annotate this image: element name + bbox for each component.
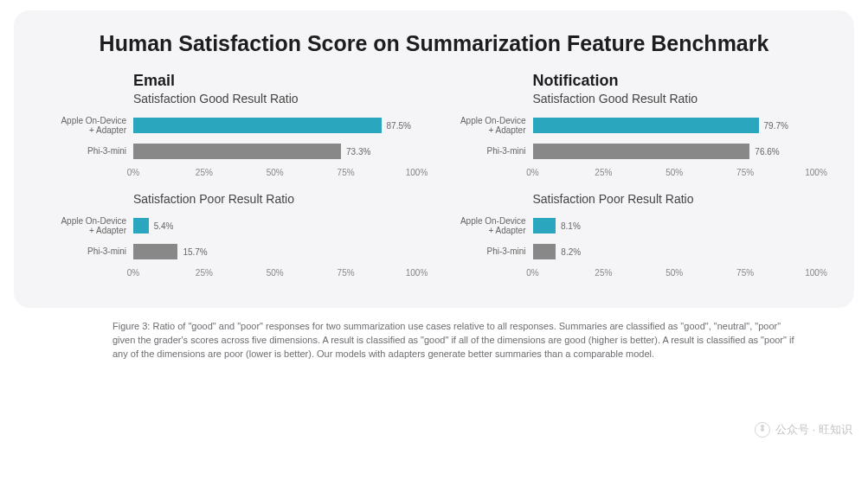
bar-track: 15.7%: [133, 244, 417, 259]
subhead-email-good: Satisfaction Good Result Ratio: [133, 92, 417, 106]
tick: 25%: [595, 268, 612, 278]
bar-track: 5.4%: [133, 218, 417, 233]
bar-fill: 8.2%: [533, 244, 556, 259]
tick: 50%: [267, 268, 284, 278]
bar-label: Apple On-Device+ Adapter: [52, 216, 133, 236]
subhead-email-poor: Satisfaction Poor Result Ratio: [133, 192, 417, 206]
x-axis: 0% 25% 50% 75% 100%: [533, 168, 817, 182]
tick: 50%: [267, 168, 284, 177]
wechat-icon: [755, 422, 770, 438]
bar-row: Phi-3-mini 15.7%: [52, 239, 417, 265]
tick: 25%: [196, 168, 213, 177]
tick: 100%: [805, 168, 827, 177]
x-axis: 0% 25% 50% 75% 100%: [133, 168, 417, 182]
bar-label: Apple On-Device+ Adapter: [452, 216, 533, 236]
x-axis: 0% 25% 50% 75% 100%: [133, 268, 417, 282]
chart-notification-good: Apple On-Device+ Adapter 79.7% Phi-3-min…: [452, 112, 817, 182]
bar-fill: 8.1%: [533, 218, 556, 233]
tick: 50%: [665, 268, 683, 278]
bar-label: Phi-3-mini: [52, 146, 133, 157]
bar-value: 73.3%: [341, 147, 370, 157]
tick: 0%: [526, 268, 538, 278]
bar-fill: 73.3%: [133, 144, 341, 159]
page-title: Human Satisfaction Score on Summarizatio…: [52, 31, 816, 56]
tick: 0%: [127, 168, 139, 177]
column-notification: Notification Satisfaction Good Result Ra…: [452, 72, 817, 282]
column-email: Email Satisfaction Good Result Ratio App…: [52, 72, 417, 282]
tick: 75%: [338, 268, 355, 278]
bar-label: Apple On-Device+ Adapter: [52, 116, 133, 136]
bar-track: 87.5%: [133, 118, 417, 133]
bar-row: Apple On-Device+ Adapter 79.7%: [452, 112, 817, 138]
bar-row: Apple On-Device+ Adapter 8.1%: [452, 213, 817, 239]
subhead-notification-good: Satisfaction Good Result Ratio: [533, 92, 817, 106]
tick: 25%: [595, 168, 612, 177]
tick: 0%: [526, 168, 538, 177]
tick: 100%: [406, 268, 428, 278]
x-axis: 0% 25% 50% 75% 100%: [533, 268, 817, 282]
tick: 75%: [736, 268, 754, 278]
figure-caption: Figure 3: Ratio of "good" and "poor" res…: [113, 320, 799, 361]
bar-track: 73.3%: [133, 144, 417, 159]
bar-value: 15.7%: [177, 247, 207, 257]
watermark: 公众号 · 旺知识: [755, 422, 852, 438]
bar-label: Phi-3-mini: [452, 246, 533, 257]
column-head-notification: Notification: [533, 72, 817, 90]
bar-row: Phi-3-mini 73.3%: [52, 138, 417, 164]
bar-fill: 87.5%: [133, 118, 382, 133]
subhead-notification-poor: Satisfaction Poor Result Ratio: [533, 192, 817, 206]
tick: 75%: [338, 168, 355, 177]
bar-fill: 76.6%: [533, 144, 750, 159]
bar-track: 8.2%: [533, 244, 817, 259]
chart-notification-poor: Apple On-Device+ Adapter 8.1% Phi-3-mini…: [452, 213, 817, 282]
bar-track: 76.6%: [533, 144, 817, 159]
bar-fill: 15.7%: [133, 244, 177, 259]
chart-card: Human Satisfaction Score on Summarizatio…: [14, 10, 854, 308]
watermark-text: 公众号 · 旺知识: [775, 422, 852, 438]
bar-value: 76.6%: [749, 147, 779, 157]
bar-fill: 79.7%: [533, 118, 759, 133]
bar-label: Phi-3-mini: [52, 246, 133, 257]
bar-value: 79.7%: [759, 121, 788, 131]
bar-value: 5.4%: [149, 221, 174, 231]
bar-track: 8.1%: [533, 218, 817, 233]
tick: 50%: [665, 168, 683, 177]
tick: 0%: [127, 268, 139, 278]
bar-row: Phi-3-mini 76.6%: [452, 138, 817, 164]
bar-value: 8.1%: [556, 221, 581, 231]
bar-label: Apple On-Device+ Adapter: [452, 116, 533, 136]
bar-value: 8.2%: [556, 247, 581, 257]
bar-fill: 5.4%: [133, 218, 149, 233]
tick: 75%: [736, 168, 754, 177]
bar-track: 79.7%: [533, 118, 817, 133]
tick: 100%: [406, 168, 428, 177]
bar-value: 87.5%: [382, 121, 411, 131]
bar-row: Apple On-Device+ Adapter 87.5%: [52, 112, 417, 138]
column-head-email: Email: [133, 72, 417, 90]
chart-email-poor: Apple On-Device+ Adapter 5.4% Phi-3-mini…: [52, 213, 417, 282]
tick: 100%: [805, 268, 827, 278]
chart-email-good: Apple On-Device+ Adapter 87.5% Phi-3-min…: [52, 112, 417, 182]
tick: 25%: [196, 268, 213, 278]
chart-grid: Email Satisfaction Good Result Ratio App…: [52, 72, 816, 282]
bar-row: Apple On-Device+ Adapter 5.4%: [52, 213, 417, 239]
bar-label: Phi-3-mini: [452, 146, 533, 157]
bar-row: Phi-3-mini 8.2%: [452, 239, 817, 265]
